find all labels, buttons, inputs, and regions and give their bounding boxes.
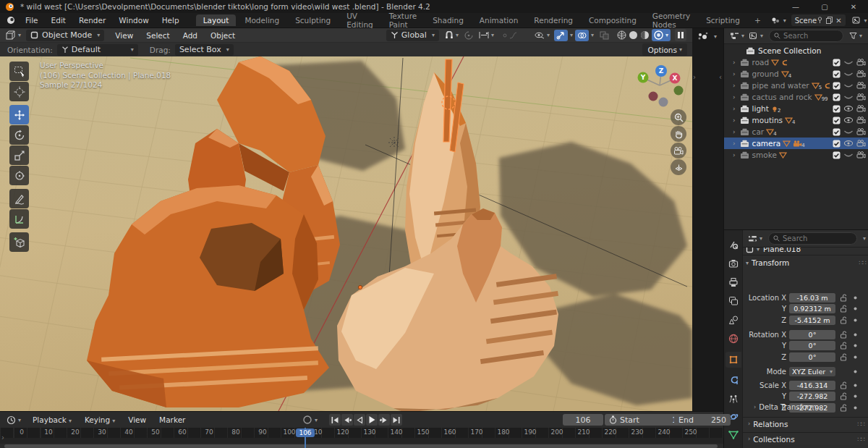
minimize-button[interactable]: — [781,3,810,11]
unlink-scene-icon[interactable]: ✕ [835,17,841,25]
menu-edit[interactable]: Edit [45,16,72,25]
animate-dot-icon[interactable] [853,369,858,374]
render-visibility-icon[interactable] [856,105,866,112]
active-object-mode-icon[interactable]: ▾ [768,14,788,26]
panel-grip-icon[interactable]: ∷∷ [859,259,866,266]
outliner-item-car[interactable]: ›car4 [724,126,868,138]
properties-editor-icon[interactable]: ▾ [746,233,765,245]
workspace-tab-sculpting[interactable]: Sculpting [288,14,338,26]
ortho-grid-icon[interactable] [671,159,686,175]
animate-dot-icon[interactable] [853,355,858,360]
eye-closed-icon[interactable] [843,70,854,77]
new-scene-icon[interactable] [826,17,833,24]
pin-icon[interactable] [817,17,823,24]
lock-open-icon[interactable] [840,331,847,339]
outliner-item-light[interactable]: ›light2 [724,103,868,114]
outliner-editor-icon[interactable]: ▾ [728,30,746,42]
value-field[interactable]: 0° [789,352,835,362]
eye-closed-icon[interactable] [843,93,854,101]
jump-last-icon[interactable] [391,414,402,426]
outliner-item-cactus-and-rock[interactable]: ›cactus and rock99 [724,91,868,103]
workspace-tab-modeling[interactable]: Modeling [237,14,286,26]
eye-closed-icon[interactable] [843,128,854,135]
timeline-menu-view[interactable]: View [122,415,153,424]
play-icon[interactable] [366,414,378,426]
current-frame-pill[interactable]: 106 [296,428,315,437]
shading-solid-icon[interactable] [629,30,638,40]
animate-dot-icon[interactable] [853,343,858,348]
shading-material-icon[interactable] [640,30,650,40]
workspace-tab-texture-paint[interactable]: Texture Paint [382,10,424,30]
tool-transform-button[interactable] [9,166,29,185]
workspace-tab-rendering[interactable]: Rendering [527,14,580,26]
lock-open-icon[interactable] [840,294,847,302]
drag-dropdown[interactable]: Select Box▾ [175,44,234,56]
proportional-editing-icon[interactable]: ▾ [477,30,496,41]
outliner-item-moutins[interactable]: ›moutins4 [724,114,868,126]
lock-open-icon[interactable] [840,353,847,361]
checkbox-icon[interactable] [833,70,841,78]
panel-grip-icon[interactable]: ∷∷ [858,420,864,428]
snap-target-icon[interactable] [462,30,475,41]
render-visibility-icon[interactable] [856,82,866,89]
properties-tab-view-layer[interactable] [726,293,741,309]
panel-grip-icon[interactable]: ∷∷ [858,436,864,443]
viewport-3d-canvas[interactable] [0,56,692,411]
tool-move-button[interactable] [9,105,29,124]
tool-annotate-button[interactable] [9,189,29,208]
value-field[interactable]: 0.92312 m [789,304,835,313]
render-visibility-icon[interactable] [856,70,866,77]
value-field[interactable]: -272.982 [789,392,835,401]
timeline-scrollbar[interactable] [4,444,718,448]
lock-open-icon[interactable] [840,316,847,324]
workspace-tab-uv-editing[interactable]: UV Editing [339,10,380,30]
value-field[interactable]: 0° [789,341,835,350]
menu-window[interactable]: Window [112,16,155,25]
camera-view-icon[interactable] [671,143,686,159]
render-visibility-icon[interactable] [856,140,866,147]
checkbox-icon[interactable] [833,82,841,90]
properties-tab-object[interactable] [726,352,741,368]
tool-scale-button[interactable] [9,145,29,165]
animate-dot-icon[interactable] [853,318,858,323]
show-overlays-icon[interactable] [575,30,589,41]
checkbox-icon[interactable] [833,117,841,124]
eye-closed-icon[interactable] [843,82,854,89]
gizmo-chevron[interactable]: ▾ [570,32,573,38]
value-field[interactable]: -5.4152 m [789,316,835,325]
pause-icon[interactable] [675,29,686,41]
eye-open-icon[interactable] [843,117,854,124]
lock-open-icon[interactable] [840,381,847,389]
expand-region-right-icon[interactable]: ‹ [719,73,722,81]
outliner-filter-icon[interactable]: ▾ [847,30,864,42]
viewport-menu-add[interactable]: Add [176,31,204,40]
viewport-menu-select[interactable]: Select [140,31,176,40]
add-workspace-button[interactable]: + [747,14,768,26]
options-dropdown[interactable]: Options▾ [642,43,687,56]
animate-dot-icon[interactable] [853,394,858,399]
properties-tab-particles[interactable] [726,391,741,407]
render-visibility-icon[interactable] [856,59,866,66]
tool-box-select-button[interactable] [9,62,29,81]
eye-open-icon[interactable] [843,105,854,112]
outliner-item-ground[interactable]: ›ground4 [724,68,868,80]
mode-dropdown[interactable]: Object Mode▾ [26,30,104,41]
eye-closed-icon[interactable] [843,151,854,159]
checkbox-icon[interactable] [833,105,841,113]
outliner-item-smoke[interactable]: ›smoke [724,149,868,161]
outliner-item-camera[interactable]: ›camera4 [724,138,868,149]
animate-dot-icon[interactable] [853,405,858,410]
scene-selector[interactable]: Scene ✕ [791,14,846,26]
properties-search-input[interactable]: Search [768,232,857,245]
timeline-menu-keying[interactable]: Keying▾ [78,415,122,424]
relations-panel[interactable]: › Relations ∷∷ [743,417,868,430]
navigation-gizmo[interactable]: Z X Y [634,61,686,113]
tool-measure-button[interactable] [9,209,29,229]
breadcrumb-row-clipped[interactable]: ▾ Plane.018 [743,248,868,255]
prev-frame-icon[interactable] [354,414,365,426]
overlays-chevron[interactable]: ▾ [591,32,594,38]
timeline-ruler[interactable]: 0102030405060708090100110120130140150160… [0,428,723,438]
checkbox-icon[interactable] [833,59,841,67]
timeline-menu-marker[interactable]: Marker [153,415,192,424]
transform-orientation-dropdown[interactable]: Global▾ [386,30,439,41]
